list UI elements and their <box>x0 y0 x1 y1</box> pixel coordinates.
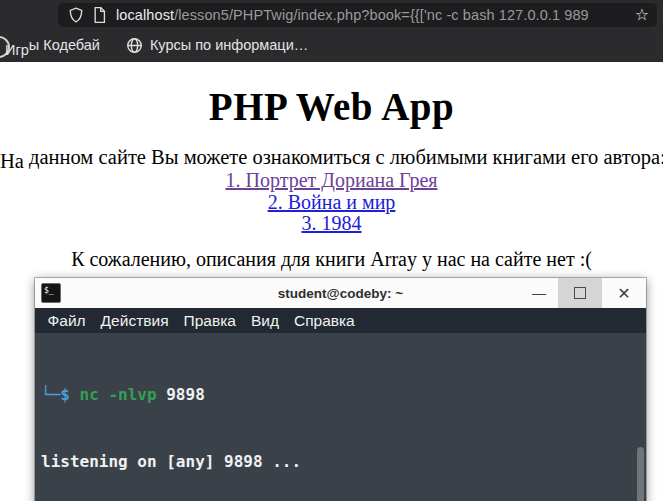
bookmark-label: Игр <box>5 42 29 58</box>
terminal-titlebar[interactable]: $_ student@codeby: ~ — ✕ <box>35 278 646 308</box>
page-title: PHP Web App <box>0 87 663 127</box>
bookmark-courses[interactable]: Курсы по информаци… <box>126 37 308 54</box>
url-path: /lesson5/PHPTwig/index.php?book={{['nc -… <box>174 7 589 23</box>
book-link-1[interactable]: 1. Портрет Дориана Грея <box>0 170 663 192</box>
url-fade <box>587 7 629 23</box>
terminal-scrollbar[interactable] <box>637 447 644 501</box>
intro-text: На данном сайте Вы можете ознакомиться с… <box>0 146 663 169</box>
minimize-button[interactable]: — <box>520 278 558 308</box>
terminal-window: $_ student@codeby: ~ — ✕ Файл Действия П… <box>35 278 646 501</box>
url-text[interactable]: localhost/lesson5/PHPTwig/index.php?book… <box>116 7 629 23</box>
not-found-text: К сожалению, описания для книги Array у … <box>0 248 663 271</box>
bookmarks-bar: Игры Кодебай Курсы по информаци… <box>0 32 663 58</box>
screen: localhost/lesson5/PHPTwig/index.php?book… <box>0 0 663 501</box>
prompt-symbol: └─$ <box>41 385 80 404</box>
book-list: 1. Портрет Дориана Грея 2. Война и мир 3… <box>0 170 663 235</box>
maximize-icon <box>574 287 586 299</box>
output-text: listening on [any] 9898 ... <box>41 452 301 471</box>
shield-icon[interactable] <box>69 7 83 23</box>
book-link-2[interactable]: 2. Война и мир <box>0 192 663 214</box>
terminal-app-icon: $_ <box>41 283 61 303</box>
maximize-button[interactable] <box>558 278 602 308</box>
bookmark-star-icon[interactable]: ☆ <box>635 7 649 23</box>
menu-edit[interactable]: Правка <box>176 312 243 330</box>
menu-help[interactable]: Справка <box>286 312 362 330</box>
terminal-line: └─$ nc -nlvp 9898 <box>41 384 632 406</box>
terminal-output[interactable]: └─$ nc -nlvp 9898 listening on [any] 989… <box>35 333 646 501</box>
intro-prefix: На <box>0 150 24 173</box>
command-arg: 9898 <box>157 385 205 404</box>
browser-chrome: localhost/lesson5/PHPTwig/index.php?book… <box>0 0 663 62</box>
menu-actions[interactable]: Действия <box>93 312 176 330</box>
window-controls: — ✕ <box>520 278 646 308</box>
terminal-line: listening on [any] 9898 ... <box>41 451 632 473</box>
close-button[interactable]: ✕ <box>602 278 646 308</box>
menu-file[interactable]: Файл <box>40 312 93 330</box>
url-domain: localhost <box>116 7 174 23</box>
globe-icon <box>126 37 143 54</box>
intro-rest: данном сайте Вы можете ознакомиться с лю… <box>24 146 663 168</box>
menu-view[interactable]: Вид <box>243 312 286 330</box>
book-link-3[interactable]: 3. 1984 <box>0 213 663 235</box>
terminal-menubar: Файл Действия Правка Вид Справка <box>35 308 646 333</box>
bookmark-codeby-games[interactable]: Игры Кодебай <box>5 37 100 53</box>
bookmark-label: Курсы по информаци… <box>150 37 308 53</box>
bookmark-label: ы Кодебай <box>29 37 100 53</box>
address-bar[interactable]: localhost/lesson5/PHPTwig/index.php?book… <box>58 3 657 27</box>
page-info-icon[interactable] <box>93 7 106 23</box>
command-text: nc -nlvp <box>80 385 157 404</box>
